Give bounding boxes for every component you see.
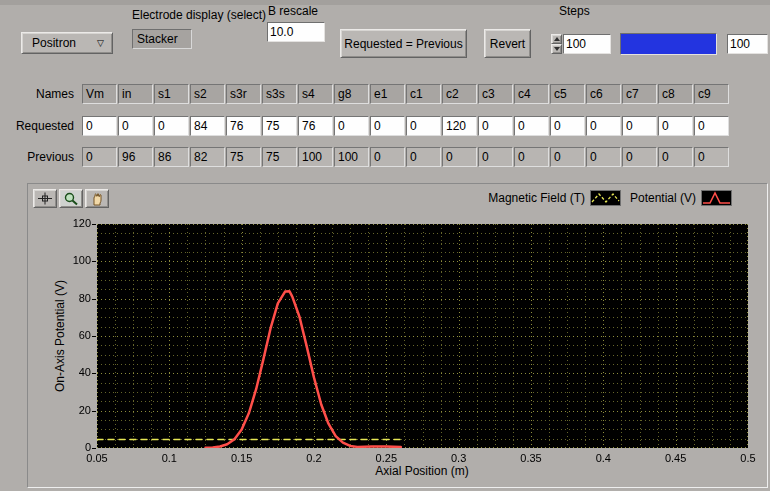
electrode-name-in: in: [118, 84, 153, 104]
previous-value-s4: 100: [298, 147, 333, 167]
steps-decrement-button[interactable]: [551, 44, 562, 54]
electrode-name-s3s: s3s: [262, 84, 297, 104]
revert-button[interactable]: Revert: [484, 29, 531, 58]
crosshair-tool-button[interactable]: [33, 189, 57, 208]
electrode-name-s1: s1: [154, 84, 189, 104]
previous-value-c4: 0: [514, 147, 549, 167]
electrode-name-c9: c9: [694, 84, 729, 104]
electrode-name-c3: c3: [478, 84, 513, 104]
previous-value-s1: 86: [154, 147, 189, 167]
previous-value-g8: 100: [334, 147, 369, 167]
up-arrow-icon: [554, 37, 560, 41]
previous-value-e1: 0: [370, 147, 405, 167]
electrode-display-selected-item: Stacker: [137, 32, 178, 46]
magnifier-icon: [63, 192, 79, 206]
legend-item-potential[interactable]: Potential (V): [630, 190, 732, 206]
legend-label-potential: Potential (V): [630, 191, 696, 205]
legend-sample-magnetic-field: [590, 190, 621, 206]
previous-value-c8: 0: [658, 147, 693, 167]
requested-value-c4[interactable]: [514, 116, 549, 136]
requested-value-Vm[interactable]: [82, 116, 117, 136]
legend-sample-potential: [701, 190, 732, 206]
requested-value-c2[interactable]: [442, 116, 477, 136]
requested-row: [82, 116, 730, 136]
requested-value-c7[interactable]: [622, 116, 657, 136]
previous-value-s3s: 75: [262, 147, 297, 167]
b-rescale-label: B rescale: [268, 4, 318, 18]
previous-row-label: Previous: [0, 147, 78, 167]
electrode-name-e1: e1: [370, 84, 405, 104]
previous-row: 096868275751001000000000000: [82, 147, 730, 167]
legend-item-magnetic-field[interactable]: Magnetic Field (T): [488, 190, 621, 206]
steps-spinner: [551, 34, 562, 54]
requested-value-s3r[interactable]: [226, 116, 261, 136]
electrode-name-s2: s2: [190, 84, 225, 104]
graph-toolbar: [33, 189, 109, 208]
requested-value-c8[interactable]: [658, 116, 693, 136]
requested-value-c9[interactable]: [694, 116, 729, 136]
dropdown-arrow-icon: ▽: [97, 39, 104, 48]
previous-value-c3: 0: [478, 147, 513, 167]
down-arrow-icon: [554, 47, 560, 51]
labview-front-panel: { "top": { "mode_dropdown_value": "Posit…: [0, 0, 770, 491]
legend-label-magnetic-field: Magnetic Field (T): [488, 191, 585, 205]
requested-value-s3s[interactable]: [262, 116, 297, 136]
chart-plot-area[interactable]: [97, 224, 748, 448]
electrode-name-c1: c1: [406, 84, 441, 104]
requested-value-s1[interactable]: [154, 116, 189, 136]
chart-legend: Magnetic Field (T) Potential (V): [488, 190, 732, 206]
crosshair-icon: [37, 192, 53, 205]
requested-value-s4[interactable]: [298, 116, 333, 136]
previous-value-s3r: 75: [226, 147, 261, 167]
y-axis-title: On-Axis Potential (V): [53, 280, 67, 392]
previous-value-c1: 0: [406, 147, 441, 167]
electrode-name-c5: c5: [550, 84, 585, 104]
window-top-edge: [0, 0, 770, 5]
previous-value-c5: 0: [550, 147, 585, 167]
particle-mode-value: Positron: [32, 36, 76, 50]
steps-max-input[interactable]: [727, 34, 768, 54]
particle-mode-dropdown[interactable]: Positron ▽: [21, 32, 113, 54]
zoom-tool-button[interactable]: [59, 189, 83, 208]
electrode-name-c6: c6: [586, 84, 621, 104]
x-axis-title: Axial Position (m): [322, 464, 522, 478]
previous-value-c6: 0: [586, 147, 621, 167]
hand-icon: [90, 192, 104, 206]
electrode-name-g8: g8: [334, 84, 369, 104]
steps-input[interactable]: [563, 34, 611, 54]
requested-row-label: Requested: [0, 116, 78, 136]
previous-value-c2: 0: [442, 147, 477, 167]
requested-value-g8[interactable]: [334, 116, 369, 136]
steps-increment-button[interactable]: [551, 34, 562, 44]
b-rescale-input[interactable]: [267, 22, 325, 42]
steps-label: Steps: [559, 4, 590, 18]
electrode-name-s3r: s3r: [226, 84, 261, 104]
previous-value-s2: 82: [190, 147, 225, 167]
requested-value-e1[interactable]: [370, 116, 405, 136]
electrode-name-c2: c2: [442, 84, 477, 104]
previous-value-c7: 0: [622, 147, 657, 167]
requested-value-c6[interactable]: [586, 116, 621, 136]
steps-slider-fill[interactable]: [620, 33, 717, 55]
names-row: Vmins1s2s3rs3ss4g8e1c1c2c3c4c5c6c7c8c9: [82, 84, 730, 104]
previous-value-c9: 0: [694, 147, 729, 167]
pan-tool-button[interactable]: [85, 189, 109, 208]
electrode-display-listbox[interactable]: Stacker: [132, 29, 192, 49]
electrode-display-label: Electrode display (select): [132, 8, 266, 22]
requested-equals-previous-button[interactable]: Requested = Previous: [340, 29, 467, 58]
electrode-name-Vm: Vm: [82, 84, 117, 104]
requested-value-s2[interactable]: [190, 116, 225, 136]
requested-value-c3[interactable]: [478, 116, 513, 136]
electrode-name-s4: s4: [298, 84, 333, 104]
names-row-label: Names: [0, 84, 78, 104]
requested-value-c1[interactable]: [406, 116, 441, 136]
electrode-name-c7: c7: [622, 84, 657, 104]
electrode-name-c8: c8: [658, 84, 693, 104]
electrode-name-c4: c4: [514, 84, 549, 104]
requested-value-c5[interactable]: [550, 116, 585, 136]
previous-value-Vm: 0: [82, 147, 117, 167]
requested-value-in[interactable]: [118, 116, 153, 136]
previous-value-in: 96: [118, 147, 153, 167]
